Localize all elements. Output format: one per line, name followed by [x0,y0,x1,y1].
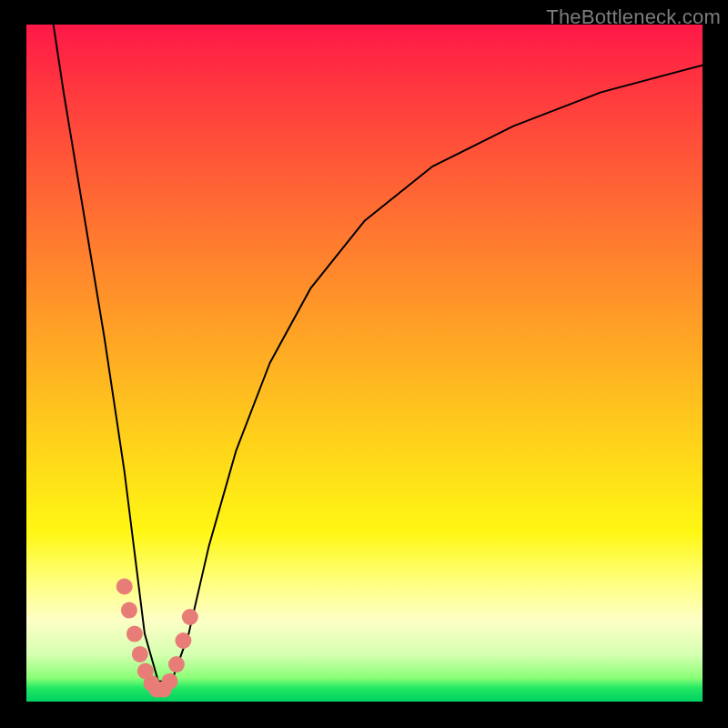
highlight-dot [168,656,185,672]
chart-frame: TheBottleneck.com [0,0,728,728]
highlight-dot [126,626,143,642]
highlight-dots [116,579,198,698]
bottleneck-curve-path [54,25,703,682]
curve-layer [26,25,703,702]
watermark-text: TheBottleneck.com [546,5,721,29]
highlight-dot [175,632,191,649]
plot-area [26,25,703,702]
highlight-dot [116,579,133,595]
highlight-dot [132,646,148,662]
highlight-dot [162,673,178,690]
bottleneck-curve [54,25,703,682]
highlight-dot [182,609,198,625]
highlight-dot [121,602,137,619]
